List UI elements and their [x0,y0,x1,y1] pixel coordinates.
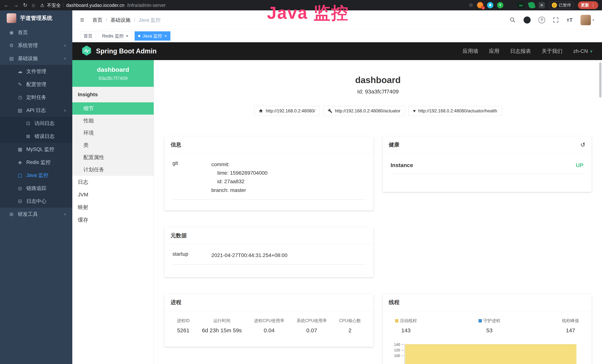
sba-item-config-props[interactable]: 配置属性 [72,151,154,163]
sba-nav-about[interactable]: 关于我们 [542,48,562,55]
sidebar-item-java-monitor[interactable]: ▢ Java 监控 [0,169,72,182]
stat-pid: 进程ID 5261 [177,318,190,334]
github-icon[interactable] [524,17,531,23]
sidebar-item-scheduled-task[interactable]: ◷ 定时任务 [0,91,72,104]
sba-item-scheduled-tasks[interactable]: 计划任务 [72,163,154,176]
chrome-update-button[interactable]: 更新 ⋮ [578,1,598,9]
sba-item-metrics[interactable]: 性能 [72,115,154,127]
breadcrumb-infrastructure[interactable]: 基础设施 [110,17,130,23]
trace-icon: ◎ [16,185,24,191]
breadcrumb-home[interactable]: 首页 [92,17,102,23]
sba-item-details[interactable]: 细节 [72,102,154,115]
paused-label: 已暂停 [559,2,571,8]
sidebar-item-error-log[interactable]: ⊠ 错误日志 [0,130,72,143]
app-logo-row[interactable]: 芋道管理系统 [0,11,72,26]
stat-value: 0.04 [254,327,284,334]
sidebar-item-devtools[interactable]: ⊞ 研发工具 ∨ [0,208,72,221]
extension-grid-icon[interactable] [507,2,513,8]
health-instance-label: Instance [391,162,413,168]
infrastructure-icon: ▤ [7,56,16,61]
stat-process-cpu: 进程CPU使用率 0.04 [254,318,284,334]
sba-nav-applications[interactable]: 应用 [489,48,499,55]
sba-nav-wallboard[interactable]: 应用墙 [463,48,478,55]
tag-home[interactable]: 首页 [80,31,96,41]
sba-item-caches[interactable]: 缓存 [72,214,154,226]
extension-drop-icon[interactable] [487,2,493,8]
tag-redis-monitor[interactable]: Redis 监控 × [99,31,132,41]
sba-item-logs[interactable]: 日志 [72,176,154,188]
history-refresh-icon[interactable]: ↺ [580,142,585,148]
locale-select[interactable]: zh-CN ∨ [573,48,593,54]
sidebar-item-file-manage[interactable]: ☁ 文件管理 [0,65,72,78]
sidebar-item-access-log[interactable]: ⊡ 访问日志 [0,117,72,130]
wrench-icon [328,109,332,113]
info-key: git [172,160,211,194]
sba-item-jvm[interactable]: JVM [72,188,154,201]
actuator-url-link[interactable]: http://192.168.0.2:48080/actuator [323,106,405,116]
sba-item-mappings[interactable]: 映射 [72,201,154,214]
font-size-icon[interactable]: тT [567,17,573,23]
sidebar-item-config-manage[interactable]: ✎ 配置管理 [0,78,72,91]
close-icon[interactable]: × [164,33,167,39]
stat-daemon-threads: 守护进程 53 [479,318,500,334]
sidebar-toggle-icon[interactable]: ≡ [80,16,84,24]
sidebar-item-mysql-monitor[interactable]: ▦ MySQL 监控 [0,143,72,156]
chevron-down-icon: ∨ [64,212,66,216]
health-row[interactable]: Instance UP [391,160,584,174]
sba-nav-journal[interactable]: 日志报表 [510,48,531,55]
sidebar-item-home[interactable]: ◉ 首页 [0,26,72,39]
sidebar-item-label: MySQL 监控 [26,146,54,153]
sidebar-item-label: 链路追踪 [26,185,46,192]
app-title: 芋道管理系统 [20,14,52,22]
help-icon[interactable]: ? [538,17,545,23]
y-axis-label: 140 [391,343,400,347]
extension-fox-icon[interactable]: 1 [477,2,483,8]
process-card-body: 进程ID 5261 运行时间 6d 23h 15m 59s 进程CPU使用率 0… [164,311,374,341]
user-menu[interactable]: ▾ [580,15,594,25]
threads-chart: 140 120 100 [391,343,584,364]
sidebar-item-log-center[interactable]: ⊟ 日志中心 [0,195,72,208]
stat-label: CPU核心数 [339,318,361,324]
close-icon[interactable]: × [126,33,129,39]
forward-icon[interactable]: → [13,3,19,8]
instance-header[interactable]: dashboard 93a3fc7f7409 [72,60,154,87]
threads-card-title: 线程 [389,299,399,306]
fullscreen-icon[interactable] [553,17,559,23]
sidebar-item-system-manage[interactable]: ⚙ 系统管理 ∨ [0,39,72,52]
tag-java-monitor[interactable]: Java 监控 × [135,31,170,41]
metadata-key: startup [172,251,211,260]
extension-leaf-icon[interactable] [528,1,536,9]
health-card-title: 健康 [389,141,399,149]
sidebar-item-api-log[interactable]: ▧ API 日志 ∧ [0,104,72,117]
health-url-link[interactable]: ♥ http://192.168.0.2:48080/actuator/heal… [408,106,502,116]
bookmark-star-icon[interactable]: ☆ [469,3,473,8]
extension-green-icon[interactable]: Y [497,2,503,8]
sba-brand[interactable]: Spring Boot Admin [96,47,157,55]
live-threads-area [405,344,577,364]
git-commit-line: commit: [211,160,268,169]
process-card-title: 进程 [171,299,181,306]
metadata-card-header: 元数据 [164,227,374,244]
breadcrumb-current: Java 监控 [139,17,161,23]
sidebar-item-trace[interactable]: ◎ 链路追踪 [0,182,72,195]
profile-paused-badge[interactable]: ☺ 已暂停 [548,1,574,9]
address-bar[interactable]: ⚠ 不安全 dashboard.yudao.iocoder.cn/infra/a… [40,2,464,8]
extensions-puzzle-icon[interactable] [538,2,545,8]
service-url-link[interactable]: http://192.168.0.2:48080/ [254,106,320,116]
sba-item-classes[interactable]: 类 [72,139,154,151]
sba-item-environment[interactable]: 环境 [72,127,154,139]
back-icon[interactable]: ← [4,3,9,8]
legend-square-blue [479,319,482,322]
legend-square-yellow [395,319,398,322]
metadata-row-startup: startup 2021-04-27T00:44:31.254+08:00 [172,251,366,265]
page-scrollbar-thumb[interactable] [599,62,602,97]
sidebar-item-redis-monitor[interactable]: ◈ Redis 监控 [0,156,72,169]
refresh-icon[interactable]: ↻ [23,3,27,8]
sidebar-item-infrastructure[interactable]: ▤ 基础设施 ∧ [0,52,72,65]
extension-switch-icon[interactable]: on [517,2,525,8]
search-icon[interactable] [509,17,516,23]
browser-home-icon[interactable]: ⌂ [32,3,35,8]
sidebar-item-label: 基础设施 [18,55,38,62]
sba-main: dashboard Id: 93a3fc7f7409 http://192.16… [154,60,602,364]
browser-menu-icon[interactable]: ⋮ [591,3,595,8]
